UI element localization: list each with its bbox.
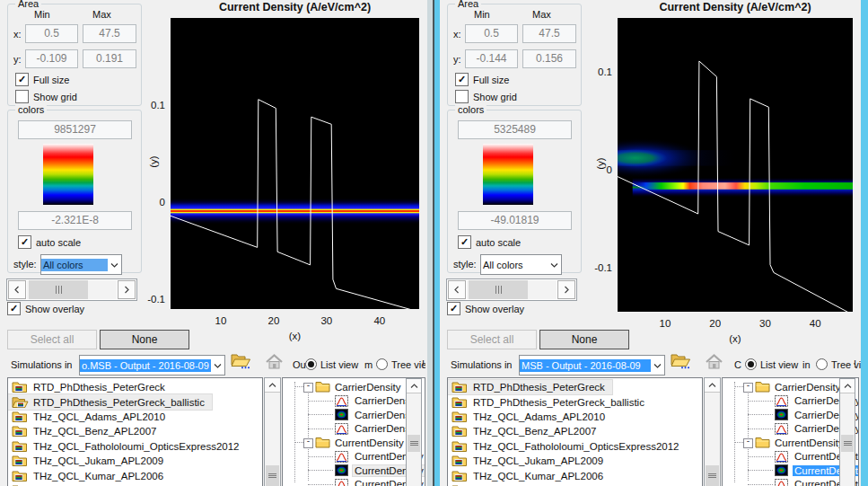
scroll-up-icon[interactable] [840,379,855,393]
tree-item[interactable]: -CurrentDensity [283,436,425,450]
chevron-down-icon[interactable] [211,363,224,368]
auto-scale-checkbox[interactable]: ✓ auto scale [18,235,81,249]
show-overlay-checkbox[interactable]: ✓ Show overlay [447,302,524,315]
style-combobox[interactable]: All colors [480,254,562,275]
folder-icon [315,381,330,394]
collapse-icon[interactable]: - [743,383,753,393]
plot-pan-scrollbar[interactable] [446,278,577,301]
scroll-left-icon[interactable] [448,280,466,299]
list-scrollbar[interactable] [704,377,721,486]
tree-item[interactable]: CurrentDensity [723,450,858,464]
tree-item[interactable]: CurrentDensity [283,478,425,486]
scrollbar-thumb[interactable] [469,280,528,299]
select-all-button[interactable]: Select all [447,330,537,349]
list-item[interactable]: THz_QCL_Kumar_APL2006 [8,468,171,482]
list-item[interactable]: THz_QCL_Kumar_APL2006 [448,468,610,482]
scroll-right-icon[interactable] [557,280,575,299]
x-min-input[interactable]: 0.5 [25,24,78,43]
chevron-down-icon[interactable] [651,363,664,368]
scrollbar-track[interactable] [467,280,557,299]
list-view-radio[interactable]: List view [745,358,798,370]
y-min-input[interactable]: -0.109 [25,49,78,68]
tree-item[interactable]: CarrierDensity [723,394,858,409]
plot-pan-scrollbar[interactable] [6,278,137,301]
y-min-input[interactable]: -0.144 [465,49,518,68]
x-axis-tick: 40 [366,315,393,326]
simulations-list[interactable]: RTD_PhDthesis_PeterGreckRTD_PhDthesis_Pe… [7,377,263,486]
full-size-checkbox[interactable]: ✓ Full size [15,73,69,86]
scrollbar-track[interactable] [27,280,117,299]
color-max-value[interactable]: 5325489 [458,120,572,139]
auto-scale-checkbox[interactable]: ✓ auto scale [458,235,521,249]
y-max-input[interactable]: 0.156 [522,49,576,68]
x-max-input[interactable]: 47.5 [522,24,576,43]
plot-canvas[interactable] [171,18,419,309]
collapse-icon[interactable]: - [743,438,753,448]
tree-item[interactable]: CurrentDensity [723,464,858,478]
chevron-down-icon[interactable] [108,262,121,268]
collapse-icon[interactable]: - [303,438,313,448]
show-grid-checkbox[interactable]: Show grid [455,90,517,103]
x-min-input[interactable]: 0.5 [465,24,518,43]
simulations-combobox[interactable]: o.MSB - Output - 2016-08-09 [79,355,225,376]
home-icon[interactable] [705,354,723,371]
tree-item[interactable]: -CurrentDensity [723,436,858,450]
y-max-input[interactable]: 0.191 [83,49,136,68]
show-overlay-checkbox[interactable]: ✓ Show overlay [7,302,84,315]
list-view-radio[interactable]: List view [305,358,358,370]
scrollbar-thumb[interactable] [408,435,420,452]
select-all-button[interactable]: Select all [7,330,97,349]
list-item[interactable]: THz_QCL_Jukam_APL2009 [8,454,171,468]
full-size-checkbox[interactable]: ✓ Full size [455,73,509,86]
tree-item[interactable]: CurrentDensity [723,478,858,486]
x-max-input[interactable]: 47.5 [83,24,136,43]
simulations-list[interactable]: RTD_PhDthesis_PeterGreckRTD_PhDthesis_Pe… [447,377,703,486]
plot-canvas[interactable] [618,18,853,312]
tree-item[interactable]: -CarrierDensity [283,380,425,394]
tree-item[interactable]: CarrierDensity [283,408,425,422]
scroll-left-icon[interactable] [8,280,26,299]
color-max-value[interactable]: 9851297 [18,120,132,139]
list-item[interactable]: THz_QCL_Jukam_APL2009 [448,454,610,468]
tree-item[interactable]: CarrierDensity [283,394,425,409]
tree-item[interactable]: CurrentDensity [283,450,425,464]
list-item[interactable]: THz_QCL_Fathololoumi_OpticsExpress2012 [8,439,246,454]
list-item[interactable]: RTD_PhDthesis_PeterGreck_ballistic [8,394,212,409]
list-item[interactable]: THz_QCL_Adams_APL2010 [8,410,172,424]
scrollbar-thumb[interactable] [266,465,279,486]
tree-item[interactable]: CarrierDensity [723,422,858,437]
scroll-up-icon[interactable] [265,378,280,393]
color-min-value[interactable]: -49.01819 [458,211,572,230]
style-combobox[interactable]: All colors [40,254,122,275]
scrollbar-thumb[interactable] [841,435,854,452]
list-scrollbar[interactable] [264,377,281,486]
browse-folder-icon[interactable] [231,353,251,371]
tree-item[interactable]: -CarrierDensity [723,380,858,394]
tree-scrollbar[interactable] [406,378,422,486]
scroll-up-icon[interactable] [705,378,720,393]
output-tree[interactable]: -CarrierDensityCarrierDensityCarrierDens… [282,377,425,486]
list-item[interactable]: RTD_PhDthesis_PeterGreck [8,380,172,394]
scroll-up-icon[interactable] [407,379,421,393]
collapse-icon[interactable]: - [303,383,313,393]
tree-scrollbar[interactable] [839,378,855,486]
list-item[interactable]: THz_QCL_Benz_APL2007 [448,424,603,438]
list-item[interactable]: RTD_PhDthesis_PeterGreck_ballistic [448,394,652,409]
tree-item[interactable]: CarrierDensity [723,408,858,422]
list-item[interactable]: THz_QCL_Fathololoumi_OpticsExpress2012 [448,439,686,454]
scrollbar-thumb[interactable] [29,280,88,299]
list-item[interactable]: THz_QCL_Adams_APL2010 [448,410,612,424]
y-row-label: y: [453,54,461,65]
list-item[interactable]: THz_QCL_Benz_APL2007 [8,424,163,438]
grip-icon [268,471,276,482]
color-min-value[interactable]: -2.321E-8 [18,211,132,230]
scrollbar-thumb[interactable] [706,465,719,486]
tree-item[interactable]: CarrierDensity [283,422,425,437]
list-item[interactable]: RTD_PhDthesis_PeterGreck [448,380,612,394]
tree-item[interactable]: CurrentDensity [283,464,425,478]
show-grid-checkbox[interactable]: Show grid [15,90,77,103]
home-icon[interactable] [265,354,284,371]
browse-folder-icon[interactable] [671,353,691,371]
chevron-down-icon[interactable] [548,262,561,268]
simulations-combobox[interactable]: MSB - Output - 2016-08-09 [519,355,665,376]
